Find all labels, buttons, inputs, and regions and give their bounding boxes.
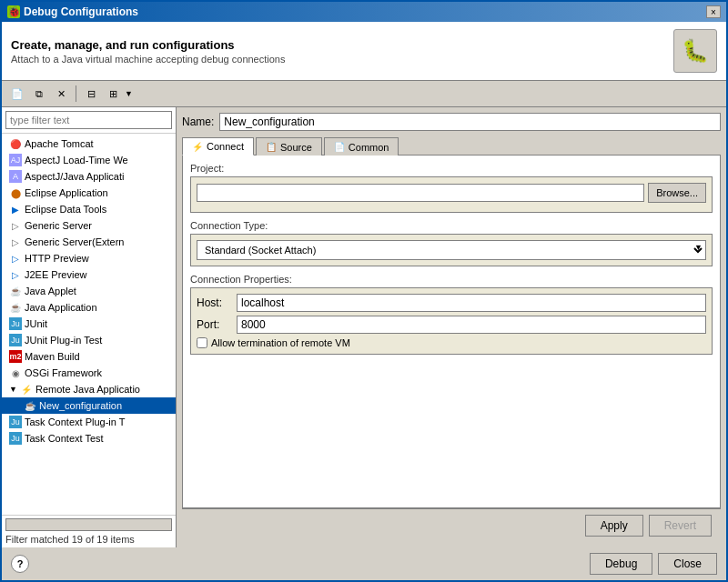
- header-title: Create, manage, and run configurations: [11, 38, 285, 52]
- generic-server-ext-label: Generic Server(Extern: [25, 236, 124, 247]
- http-preview-label: HTTP Preview: [25, 253, 89, 264]
- project-group: Project: Browse...: [190, 163, 713, 213]
- generic-server-ext-icon: ▷: [9, 236, 22, 248]
- port-label: Port:: [197, 318, 233, 331]
- filter-count: Filter matched 19 of 19 items: [5, 534, 172, 545]
- connection-type-select-wrapper: Standard (Socket Attach) Socket Listen S…: [197, 240, 706, 260]
- header-text: Create, manage, and run configurations A…: [11, 38, 285, 65]
- java-applet-icon: ☕: [9, 285, 22, 297]
- close-button[interactable]: Close: [658, 553, 717, 575]
- aspectj-java-label: AspectJ/Java Applicati: [25, 171, 124, 182]
- common-tab-label: Common: [349, 142, 389, 153]
- project-row: Browse...: [197, 183, 706, 203]
- tree-item-apache-tomcat[interactable]: 🔴 Apache Tomcat: [2, 135, 176, 152]
- osgi-label: OSGi Framework: [25, 367, 102, 378]
- delete-config-button[interactable]: ✕: [51, 84, 71, 104]
- connection-props-group: Connection Properties: Host: Port: Al: [190, 274, 713, 355]
- project-input[interactable]: [197, 184, 644, 202]
- duplicate-config-button[interactable]: ⧉: [29, 84, 49, 104]
- tree-item-j2ee-preview[interactable]: ▷ J2EE Preview: [2, 266, 176, 283]
- tree-item-java-applet[interactable]: ☕ Java Applet: [2, 283, 176, 299]
- revert-button[interactable]: Revert: [649, 515, 712, 537]
- eclipse-data-label: Eclipse Data Tools: [25, 204, 106, 215]
- port-row: Port:: [197, 316, 706, 334]
- apache-tomcat-label: Apache Tomcat: [25, 138, 94, 149]
- apply-button[interactable]: Apply: [585, 515, 643, 537]
- connection-type-label: Connection Type:: [190, 220, 713, 231]
- toolbar: 📄 ⧉ ✕ ⊟ ⊞ ▼: [2, 81, 726, 107]
- allow-terminate-checkbox[interactable]: [197, 337, 207, 348]
- debug-close-buttons: Debug Close: [590, 553, 717, 575]
- window-icon: 🐞: [7, 5, 20, 18]
- port-input[interactable]: [237, 316, 706, 334]
- generic-server-label: Generic Server: [25, 220, 92, 231]
- task-context-plugin-icon: Ju: [9, 416, 22, 428]
- tree-item-maven-build[interactable]: m2 Maven Build: [2, 348, 176, 365]
- collapse-button[interactable]: ⊞: [103, 84, 123, 104]
- tree-item-eclipse-data[interactable]: ▶ Eclipse Data Tools: [2, 201, 176, 217]
- new-config-tree-label: New_configuration: [39, 400, 122, 411]
- browse-button[interactable]: Browse...: [648, 183, 706, 203]
- filter-input[interactable]: [5, 111, 172, 129]
- junit-plugin-label: JUnit Plug-in Test: [25, 335, 102, 346]
- tab-connect[interactable]: ⚡ Connect: [182, 137, 254, 156]
- connection-type-select[interactable]: Standard (Socket Attach) Socket Listen S…: [197, 240, 706, 260]
- remote-java-label: Remote Java Applicatio: [35, 384, 140, 395]
- help-button[interactable]: ?: [11, 555, 29, 573]
- window-title: Debug Configurations: [24, 5, 138, 18]
- allow-terminate-row: Allow termination of remote VM: [197, 337, 706, 348]
- tree-item-generic-server-ext[interactable]: ▷ Generic Server(Extern: [2, 234, 176, 250]
- filter-button[interactable]: ⊟: [81, 84, 101, 104]
- generic-server-icon: ▷: [9, 219, 22, 232]
- java-application-icon: ☕: [9, 301, 22, 314]
- task-context-test-icon: Ju: [9, 432, 22, 445]
- eclipse-app-icon: ⬤: [9, 186, 22, 199]
- remote-java-expand-icon[interactable]: ▼: [9, 385, 18, 394]
- horizontal-scrollbar[interactable]: [5, 518, 172, 531]
- tree-item-generic-server[interactable]: ▷ Generic Server: [2, 217, 176, 234]
- filter-box: [2, 107, 176, 134]
- tree-item-http-preview[interactable]: ▷ HTTP Preview: [2, 250, 176, 266]
- name-row: Name:: [182, 113, 721, 131]
- new-config-button[interactable]: 📄: [7, 84, 27, 104]
- main-content: 🔴 Apache Tomcat AJ AspectJ Load-Time We …: [2, 107, 726, 547]
- host-row: Host:: [197, 294, 706, 312]
- allow-terminate-label: Allow termination of remote VM: [211, 337, 350, 348]
- tree-item-junit[interactable]: Ju JUnit: [2, 316, 176, 332]
- name-label: Name:: [182, 115, 214, 128]
- host-input[interactable]: [237, 294, 706, 312]
- bug-icon: 🐛: [673, 29, 717, 73]
- header-area: Create, manage, and run configurations A…: [2, 22, 726, 81]
- tree-area: 🔴 Apache Tomcat AJ AspectJ Load-Time We …: [2, 134, 176, 515]
- tree-item-remote-java[interactable]: ▼ ⚡ Remote Java Applicatio: [2, 381, 176, 397]
- junit-label: JUnit: [25, 318, 47, 329]
- window-close-button[interactable]: ×: [706, 5, 721, 18]
- tree-item-aspectj-load[interactable]: AJ AspectJ Load-Time We: [2, 152, 176, 168]
- tab-common[interactable]: 📄 Common: [324, 137, 399, 156]
- tab-source[interactable]: 📋 Source: [256, 137, 322, 156]
- left-panel-footer: Filter matched 19 of 19 items: [2, 515, 176, 547]
- tree-item-task-context-test[interactable]: Ju Task Context Test: [2, 430, 176, 447]
- dropdown-arrow[interactable]: ▼: [125, 89, 133, 98]
- tree-item-java-application[interactable]: ☕ Java Application: [2, 299, 176, 316]
- aspectj-load-label: AspectJ Load-Time We: [25, 155, 128, 166]
- tree-item-new-configuration[interactable]: ☕ New_configuration: [2, 397, 176, 414]
- aspectj-java-icon: A: [9, 170, 22, 183]
- task-context-plugin-label: Task Context Plug-in T: [25, 416, 125, 427]
- tree-item-aspectj-java[interactable]: A AspectJ/Java Applicati: [2, 168, 176, 185]
- task-context-test-label: Task Context Test: [25, 433, 104, 444]
- title-bar-left: 🐞 Debug Configurations: [7, 5, 138, 18]
- common-tab-icon: 📄: [334, 142, 345, 152]
- debug-button[interactable]: Debug: [590, 553, 652, 575]
- tree-item-junit-plugin[interactable]: Ju JUnit Plug-in Test: [2, 332, 176, 348]
- apache-tomcat-icon: 🔴: [9, 137, 22, 150]
- java-application-label: Java Application: [25, 302, 97, 313]
- j2ee-preview-icon: ▷: [9, 268, 22, 281]
- junit-plugin-icon: Ju: [9, 334, 22, 346]
- project-label: Project:: [190, 163, 713, 174]
- name-input[interactable]: [219, 113, 721, 131]
- tree-item-eclipse-app[interactable]: ⬤ Eclipse Application: [2, 185, 176, 201]
- tree-item-task-context-plugin[interactable]: Ju Task Context Plug-in T: [2, 414, 176, 430]
- tree-item-osgi[interactable]: ◉ OSGi Framework: [2, 365, 176, 381]
- aspectj-load-icon: AJ: [9, 154, 22, 166]
